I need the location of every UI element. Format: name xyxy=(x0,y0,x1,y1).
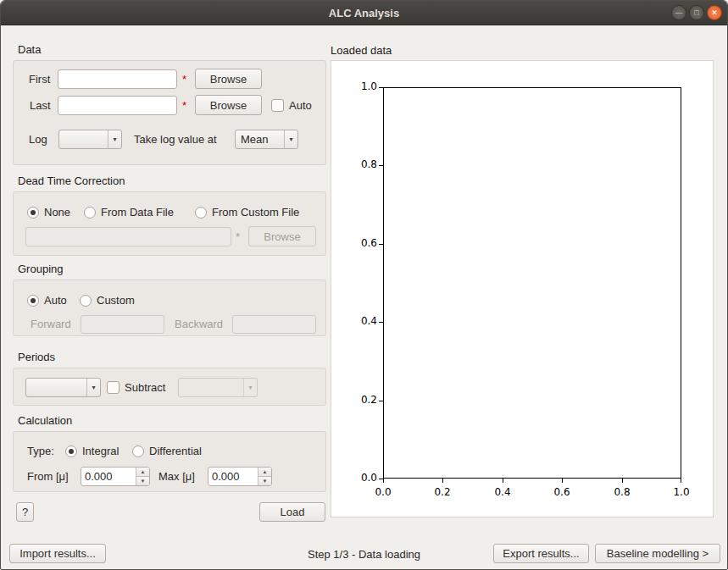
radio-selected-icon xyxy=(65,445,77,457)
type-differential-label: Differential xyxy=(149,445,202,457)
close-button[interactable]: ✕ xyxy=(707,5,722,20)
dead-time-browse-button: Browse xyxy=(248,226,316,246)
maximize-button[interactable]: □ xyxy=(689,5,704,20)
first-label: First xyxy=(29,69,50,90)
data-section-label: Data xyxy=(18,43,41,56)
plot-axes xyxy=(383,87,681,479)
max-spin-input[interactable] xyxy=(208,468,258,485)
last-browse-button[interactable]: Browse xyxy=(195,95,262,115)
help-button-label: ? xyxy=(22,506,28,518)
auto-checkbox-label: Auto xyxy=(289,99,312,112)
y-tick-mark xyxy=(379,165,383,166)
dead-time-file-input xyxy=(25,227,231,246)
radio-selected-icon xyxy=(27,295,39,307)
x-tick-mark xyxy=(383,479,384,483)
dead-time-required-marker: * xyxy=(236,227,240,247)
y-tick-label: 0.8 xyxy=(340,158,377,171)
y-tick-mark xyxy=(379,87,383,88)
y-tick-label: 0.2 xyxy=(340,394,377,407)
period-combo[interactable]: ▾ xyxy=(25,378,101,397)
dead-time-none-radio[interactable]: None xyxy=(27,202,70,222)
dead-time-custom-file-radio[interactable]: From Custom File xyxy=(195,202,299,222)
spin-buttons: ▲ ▼ xyxy=(136,468,149,485)
baseline-modelling-button[interactable]: Baseline modelling > xyxy=(595,544,720,563)
dead-time-data-file-radio[interactable]: From Data File xyxy=(84,202,174,222)
window-controls: — □ ✕ xyxy=(671,5,722,20)
backward-input xyxy=(232,315,316,334)
minimize-icon: — xyxy=(675,9,683,17)
backward-label: Backward xyxy=(175,314,223,335)
type-differential-radio[interactable]: Differential xyxy=(132,441,202,461)
y-tick-mark xyxy=(379,322,383,323)
dead-time-frame: None From Data File From Custom File * B… xyxy=(13,191,326,256)
forward-input xyxy=(81,315,164,334)
type-integral-radio[interactable]: Integral xyxy=(65,441,119,461)
chevron-down-icon: ▾ xyxy=(243,379,257,396)
from-label: From [μ] xyxy=(27,467,69,487)
spin-down-icon: ▼ xyxy=(141,479,146,484)
type-integral-label: Integral xyxy=(82,445,119,457)
spin-down-button[interactable]: ▼ xyxy=(136,476,149,485)
x-tick-mark xyxy=(681,479,681,483)
first-browse-label: Browse xyxy=(210,73,247,86)
max-label: Max [μ] xyxy=(158,467,195,487)
take-log-combo-value: Mean xyxy=(236,133,284,146)
grouping-custom-label: Custom xyxy=(97,294,135,307)
x-tick-label: 0.4 xyxy=(486,486,520,499)
y-tick-mark xyxy=(379,401,383,401)
y-tick-label: 1.0 xyxy=(340,80,377,93)
spin-down-button[interactable]: ▼ xyxy=(258,476,271,485)
x-tick-label: 0.6 xyxy=(545,486,579,499)
subtract-period-combo: ▾ xyxy=(178,378,258,397)
grouping-custom-radio[interactable]: Custom xyxy=(80,291,135,310)
subtract-checkbox[interactable]: Subtract xyxy=(107,378,165,397)
minimize-button[interactable]: — xyxy=(671,5,686,20)
window-title: ALC Analysis xyxy=(329,7,399,19)
last-browse-label: Browse xyxy=(210,99,247,112)
grouping-auto-radio[interactable]: Auto xyxy=(27,291,67,310)
data-frame: First * Browse Last * Browse Auto Log ▾ … xyxy=(13,60,326,165)
grouping-frame: Auto Custom Forward Backward xyxy=(13,279,326,336)
auto-checkbox[interactable]: Auto xyxy=(271,96,312,115)
chevron-down-icon: ▾ xyxy=(86,379,100,396)
dead-time-custom-file-label: From Custom File xyxy=(212,206,299,219)
x-tick-mark xyxy=(622,479,623,483)
take-log-combo[interactable]: Mean ▾ xyxy=(235,130,298,149)
load-button-label: Load xyxy=(281,506,305,518)
log-label: Log xyxy=(29,130,47,150)
from-spin-input[interactable] xyxy=(81,468,136,485)
help-button[interactable]: ? xyxy=(16,502,34,522)
log-combo[interactable]: ▾ xyxy=(58,130,122,149)
spin-down-icon: ▼ xyxy=(263,479,268,484)
last-run-input[interactable] xyxy=(58,96,177,115)
x-tick-label: 0.2 xyxy=(425,486,459,499)
dead-time-none-label: None xyxy=(44,206,70,219)
y-tick-mark xyxy=(379,244,383,245)
radio-selected-icon xyxy=(27,207,39,219)
maximize-icon: □ xyxy=(694,9,698,17)
spin-up-button[interactable]: ▲ xyxy=(258,468,271,476)
titlebar[interactable]: ALC Analysis — □ ✕ xyxy=(1,1,727,25)
x-tick-mark xyxy=(562,479,563,483)
radio-icon xyxy=(84,207,96,219)
first-run-input[interactable] xyxy=(58,69,177,89)
calculation-frame: Type: Integral Differential From [μ] ▲ ▼… xyxy=(13,431,326,492)
close-icon: ✕ xyxy=(711,9,718,17)
grouping-auto-label: Auto xyxy=(44,294,67,307)
last-required-marker: * xyxy=(182,96,186,116)
x-tick-mark xyxy=(442,479,443,483)
load-button[interactable]: Load xyxy=(259,502,325,522)
first-required-marker: * xyxy=(182,69,186,90)
max-spinbox: ▲ ▼ xyxy=(208,467,272,486)
first-browse-button[interactable]: Browse xyxy=(195,69,262,89)
y-tick-label: 0.4 xyxy=(340,315,377,328)
from-spinbox: ▲ ▼ xyxy=(81,467,150,486)
x-tick-label: 0.0 xyxy=(366,486,400,499)
take-log-label: Take log value at xyxy=(134,130,217,150)
loaded-data-label: Loaded data xyxy=(331,44,392,57)
spin-up-button[interactable]: ▲ xyxy=(136,468,149,476)
export-results-button[interactable]: Export results... xyxy=(493,544,589,563)
dead-time-browse-label: Browse xyxy=(264,230,300,243)
chevron-down-icon: ▾ xyxy=(108,130,121,148)
grouping-section-label: Grouping xyxy=(18,263,63,275)
